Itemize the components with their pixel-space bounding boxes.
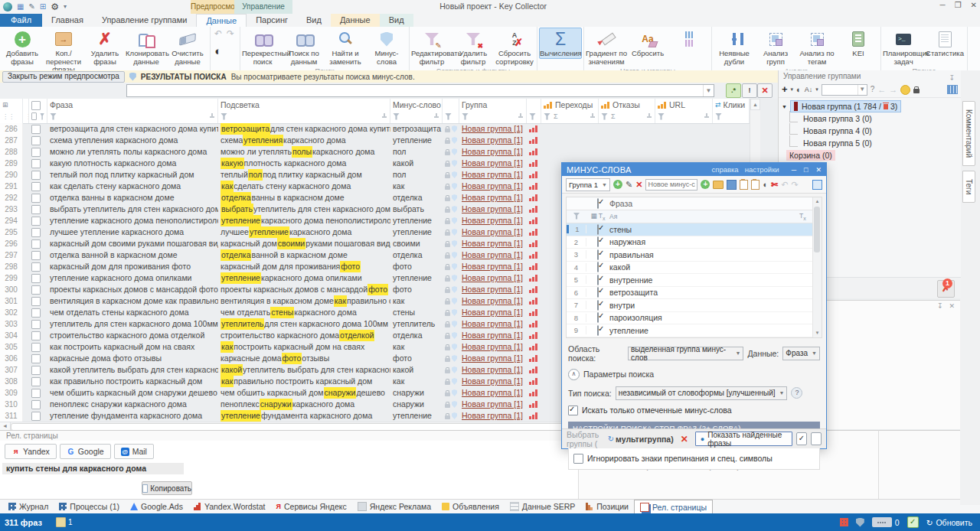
- bottom-tab-журнал[interactable]: Журнал: [3, 500, 54, 513]
- column-visits[interactable]: ПереходыΣ: [541, 99, 599, 123]
- uncheck-found-button[interactable]: [811, 432, 822, 445]
- group-tree-item[interactable]: ▼Новая группа (1 784 /3): [782, 100, 961, 112]
- bottom-tab-сервисы-яндекс[interactable]: ЯСервисы Яндекс: [271, 500, 352, 513]
- shield-icon[interactable]: [452, 206, 457, 213]
- restore-button[interactable]: ❐: [955, 1, 962, 9]
- quick-filter-combo[interactable]: ▼: [126, 84, 714, 97]
- dialog-minimize-icon[interactable]: ─: [792, 166, 796, 174]
- data-select[interactable]: Фраза▼: [782, 347, 820, 360]
- stats-chart-icon[interactable]: [529, 125, 538, 132]
- lock-icon[interactable]: [445, 264, 449, 270]
- lock-icon[interactable]: [445, 172, 449, 178]
- word-checkbox[interactable]: [597, 275, 599, 285]
- stats-chart-icon[interactable]: [529, 137, 538, 144]
- tab-вид[interactable]: Вид: [380, 14, 413, 27]
- row-checkbox[interactable]: [31, 285, 41, 295]
- dialog-scrollbar[interactable]: ▲▼: [812, 197, 822, 337]
- row-checkbox[interactable]: [31, 182, 41, 191]
- delete-filter-button[interactable]: Удалить фильтр: [452, 28, 494, 67]
- column-minus-word[interactable]: Минус-слово: [390, 99, 443, 123]
- shield-icon[interactable]: [452, 332, 457, 339]
- lock-icon[interactable]: [445, 390, 449, 396]
- column-highlight[interactable]: Подсветка: [218, 99, 390, 123]
- minus-word-row[interactable]: 9утепление: [567, 324, 822, 337]
- stats-chart-icon[interactable]: [529, 298, 538, 305]
- lock-icon[interactable]: [913, 86, 920, 93]
- shield-icon[interactable]: [452, 171, 457, 178]
- add-group-button[interactable]: +: [782, 84, 788, 95]
- group-link[interactable]: Новая группа [1]: [462, 238, 523, 249]
- only-checked-checkbox[interactable]: [568, 406, 578, 415]
- stats-chart-icon[interactable]: [529, 240, 538, 247]
- lock-icon[interactable]: [445, 195, 449, 201]
- minimize-button[interactable]: ─: [940, 1, 946, 9]
- group-link[interactable]: Новая группа [1]: [462, 249, 523, 261]
- stats-chart-icon[interactable]: [529, 263, 538, 270]
- column-phrase[interactable]: Фраза: [47, 99, 218, 123]
- grid-view-icon[interactable]: [947, 85, 958, 94]
- clone-data-button[interactable]: Клонировать данные: [126, 28, 167, 67]
- tab-файл[interactable]: Файл: [0, 14, 42, 27]
- lock-icon[interactable]: [445, 287, 449, 293]
- add-phrases-button[interactable]: Добавить фразы: [2, 28, 43, 67]
- stats-chart-icon[interactable]: [529, 183, 538, 190]
- column-group[interactable]: Группа: [459, 99, 527, 123]
- copy-move-phrases-button[interactable]: Коп./перенести фразы: [43, 28, 84, 71]
- row-checkbox[interactable]: [31, 148, 41, 157]
- add-group-dropdown-icon[interactable]: ▾: [791, 84, 794, 95]
- shield-icon[interactable]: [452, 194, 457, 201]
- shield-icon[interactable]: [452, 286, 457, 293]
- shield-icon[interactable]: [452, 321, 457, 327]
- shield-icon[interactable]: [452, 252, 457, 259]
- trash-tree-item[interactable]: Корзина (0): [782, 149, 961, 161]
- lock-icon[interactable]: [445, 207, 449, 213]
- task-scheduler-button[interactable]: Планировщик задач: [883, 28, 924, 67]
- shield-icon[interactable]: [452, 309, 457, 316]
- settings-link[interactable]: настройки: [745, 165, 779, 174]
- tab-парсинг[interactable]: Парсинг: [247, 14, 297, 27]
- tab-главная[interactable]: Главная: [42, 14, 93, 27]
- reset-colors-button[interactable]: Сбросить: [627, 28, 668, 59]
- paste-icon[interactable]: [740, 180, 748, 190]
- side-tab-теги[interactable]: Теги: [962, 171, 975, 203]
- close-icon[interactable]: ✕: [949, 302, 955, 310]
- shield-icon[interactable]: [452, 378, 457, 385]
- stats-chart-icon[interactable]: [529, 355, 538, 362]
- lock-icon[interactable]: [445, 367, 449, 373]
- row-checkbox[interactable]: [31, 400, 41, 409]
- scope-select[interactable]: выделенная группа минус-слов▼: [628, 347, 743, 360]
- group-select[interactable]: Группа 1▼: [566, 178, 610, 191]
- row-checkbox[interactable]: [31, 377, 41, 386]
- group-tree-item[interactable]: Новая группа 5 (0): [782, 137, 961, 149]
- forward-icon[interactable]: →: [889, 84, 897, 95]
- shield-icon[interactable]: [452, 148, 457, 155]
- word-checkbox[interactable]: [597, 312, 599, 323]
- group-link[interactable]: Новая группа [1]: [462, 135, 523, 146]
- shield-icon[interactable]: [452, 412, 457, 419]
- bottom-tab-google-ads[interactable]: Google.Ads: [125, 500, 188, 513]
- gear-icon[interactable]: ⚙: [51, 2, 59, 11]
- ignore-punctuation-option[interactable]: Игнорировать знаки препинания и спец. си…: [573, 454, 815, 464]
- regex-filter-button[interactable]: .*: [726, 83, 741, 98]
- minus-word-row[interactable]: 6ветрозащита: [567, 287, 822, 300]
- row-checkbox[interactable]: [31, 331, 41, 340]
- row-checkbox[interactable]: [31, 251, 41, 260]
- row-checkbox[interactable]: [31, 354, 41, 363]
- word-checkbox[interactable]: [597, 236, 599, 247]
- lock-icon[interactable]: [445, 402, 449, 408]
- group-link[interactable]: Новая группа [1]: [462, 204, 523, 215]
- column-bounces[interactable]: ОтказыΣ: [599, 99, 655, 123]
- row-checkbox[interactable]: [31, 136, 41, 145]
- reset-sort-button[interactable]: Сбросить сортировку: [494, 28, 535, 67]
- check-found-button[interactable]: ✓: [796, 432, 807, 445]
- column-clicks[interactable]: ⇄Клики: [713, 99, 750, 123]
- engine-tab-google[interactable]: GGoogle: [60, 444, 111, 459]
- group-link[interactable]: Новая группа [1]: [462, 146, 523, 158]
- clear-search-results-button[interactable]: ✗1: [937, 280, 955, 298]
- dialog-title-bar[interactable]: МИНУС-СЛОВА справка настройки ─ □ ✕: [562, 163, 826, 176]
- panel-layout-icon[interactable]: [812, 180, 822, 190]
- bottom-tab-позиции[interactable]: Позиции: [580, 500, 634, 513]
- bottom-tab-рел-страницы[interactable]: Рел. страницы: [634, 500, 713, 513]
- stats-chart-icon[interactable]: [529, 309, 538, 316]
- engine-tab-yandex[interactable]: ЯYandex: [5, 444, 57, 459]
